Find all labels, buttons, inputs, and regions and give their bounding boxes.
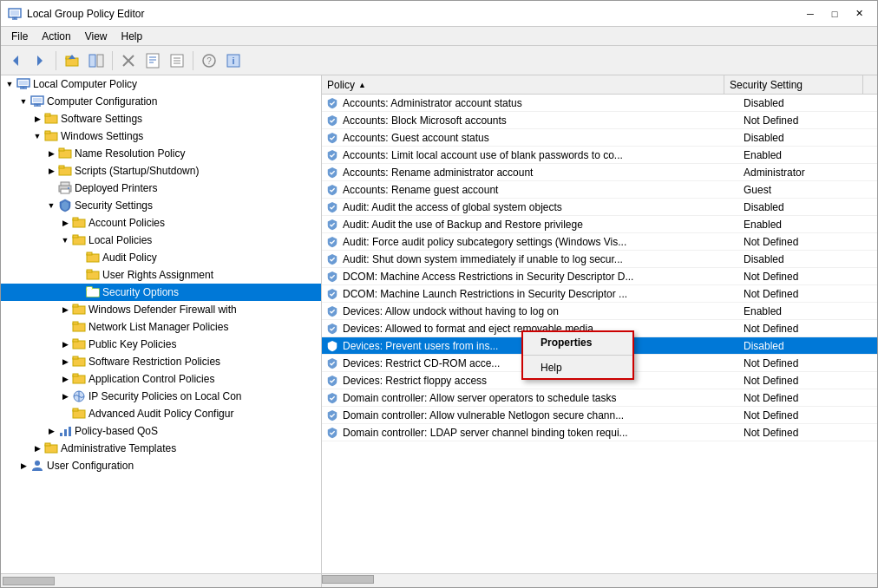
close-button[interactable]: ✕ xyxy=(848,5,870,23)
expand-local-computer-policy[interactable]: ▼ xyxy=(3,77,16,91)
list-item[interactable]: Domain controller: Allow server operator… xyxy=(322,389,877,407)
tree-item-scripts[interactable]: ▶ Scripts (Startup/Shutdown) xyxy=(1,162,321,180)
menu-file[interactable]: File xyxy=(4,29,35,44)
expand-windows-settings[interactable]: ▼ xyxy=(30,129,44,143)
tree-item-advanced-audit[interactable]: Advanced Audit Policy Configur xyxy=(1,405,321,422)
maximize-button[interactable]: □ xyxy=(823,5,846,23)
list-item[interactable]: Audit: Audit the access of global system… xyxy=(322,199,877,216)
expand-ip-security[interactable]: ▶ xyxy=(58,389,72,403)
expand-user-configuration[interactable]: ▶ xyxy=(16,459,30,473)
tree-item-audit-policy[interactable]: Audit Policy xyxy=(1,249,321,266)
tree-item-security-settings[interactable]: ▼ Security Settings xyxy=(1,197,321,214)
h-scroll-thumb-tree[interactable] xyxy=(3,577,55,585)
tree-item-name-resolution[interactable]: ▶ Name Resolution Policy xyxy=(1,145,321,162)
col-header-setting[interactable]: Security Setting xyxy=(724,75,863,94)
expand-software-restriction[interactable]: ▶ xyxy=(58,355,72,369)
expand-windows-firewall[interactable]: ▶ xyxy=(58,303,72,317)
list-item[interactable]: Devices: Allow undock without having to … xyxy=(322,303,877,320)
h-scrollbar-list[interactable] xyxy=(322,573,877,587)
tree-item-public-key[interactable]: ▶ Public Key Policies xyxy=(1,336,321,353)
list-item[interactable]: Accounts: Administrator account status D… xyxy=(322,95,877,112)
list-item[interactable]: Audit: Audit the use of Backup and Resto… xyxy=(322,216,877,233)
tree-item-ip-security[interactable]: ▶ IP Security Policies on Local Con xyxy=(1,388,321,405)
row-setting-17: Not Defined xyxy=(738,392,877,404)
tree-item-user-configuration[interactable]: ▶ User Configuration xyxy=(1,457,321,474)
tree-item-local-policies[interactable]: ▼ Local Policies xyxy=(1,232,321,249)
h-scroll-thumb-list[interactable] xyxy=(322,575,374,584)
tree-item-security-options[interactable]: Security Options xyxy=(1,284,321,301)
tree-item-windows-firewall[interactable]: ▶ Windows Defender Firewall with xyxy=(1,301,321,318)
back-button[interactable] xyxy=(4,49,27,72)
list-item[interactable]: Audit: Force audit policy subcategory se… xyxy=(322,233,877,251)
col-header-policy[interactable]: Policy ▲ xyxy=(322,75,724,94)
tree-item-account-policies[interactable]: ▶ Account Policies xyxy=(1,214,321,232)
expand-app-control[interactable]: ▶ xyxy=(58,372,72,386)
user-config-icon xyxy=(30,459,44,473)
list-item[interactable]: Audit: Shut down system immediately if u… xyxy=(322,251,877,268)
list-item[interactable]: Domain controller: LDAP server channel b… xyxy=(322,424,877,441)
tree-item-network-list[interactable]: Network List Manager Policies xyxy=(1,318,321,336)
tree-item-app-control[interactable]: ▶ Application Control Policies xyxy=(1,370,321,388)
row-policy-3: Accounts: Limit local account use of bla… xyxy=(343,149,738,161)
folder-up-button[interactable] xyxy=(61,49,83,72)
h-scroll-track-list[interactable] xyxy=(322,574,877,585)
context-menu-help[interactable]: Help xyxy=(523,357,632,378)
expand-advanced-audit[interactable] xyxy=(58,407,72,421)
list-item[interactable]: Domain controller: Allow vulnerable Netl… xyxy=(322,407,877,424)
expand-public-key[interactable]: ▶ xyxy=(58,337,72,351)
h-scroll-track-tree[interactable] xyxy=(3,576,319,586)
expand-user-rights[interactable] xyxy=(72,268,86,282)
expand-admin-templates[interactable]: ▶ xyxy=(30,441,44,455)
expand-audit-policy[interactable] xyxy=(72,251,86,265)
forward-button[interactable] xyxy=(29,49,51,72)
expand-computer-configuration[interactable]: ▼ xyxy=(16,95,30,108)
tree-item-local-computer-policy[interactable]: ▼ Local Computer Policy xyxy=(1,75,321,93)
expand-name-resolution[interactable]: ▶ xyxy=(44,147,58,160)
list-item[interactable]: Accounts: Limit local account use of bla… xyxy=(322,147,877,164)
show-hide-button[interactable] xyxy=(85,49,108,72)
minimize-button[interactable]: ─ xyxy=(799,5,822,23)
expand-scripts[interactable]: ▶ xyxy=(44,164,58,178)
tree-item-software-restriction[interactable]: ▶ Software Restriction Policies xyxy=(1,353,321,370)
folder-advanced-audit-icon xyxy=(72,407,86,421)
tree-item-deployed-printers[interactable]: Deployed Printers xyxy=(1,180,321,197)
context-menu-properties[interactable]: Properties xyxy=(523,332,632,353)
menu-action[interactable]: Action xyxy=(35,29,77,44)
tree-scroll[interactable]: ▼ Local Computer Policy ▼ Computer Confi… xyxy=(1,75,321,573)
info-toolbar-button[interactable]: i xyxy=(222,49,245,72)
expand-deployed-printers[interactable] xyxy=(44,181,58,195)
tree-item-user-rights[interactable]: User Rights Assignment xyxy=(1,266,321,284)
menu-view[interactable]: View xyxy=(78,29,115,44)
tree-item-windows-settings[interactable]: ▼ Windows Settings xyxy=(1,127,321,145)
list-item[interactable]: Accounts: Guest account status Disabled xyxy=(322,129,877,147)
delete-button[interactable] xyxy=(117,49,140,72)
svg-text:i: i xyxy=(232,56,234,66)
help-toolbar-button[interactable]: ? xyxy=(198,49,220,72)
expand-software-settings[interactable]: ▶ xyxy=(30,112,44,126)
expand-security-options[interactable] xyxy=(72,285,86,299)
expand-policy-qos[interactable]: ▶ xyxy=(44,424,58,438)
expand-account-policies[interactable]: ▶ xyxy=(58,216,72,230)
list-item[interactable]: Accounts: Block Microsoft accounts Not D… xyxy=(322,112,877,129)
tree-label-local-computer-policy: Local Computer Policy xyxy=(33,78,137,90)
shield-security-icon xyxy=(58,199,72,212)
tree-item-computer-configuration[interactable]: ▼ Computer Configuration xyxy=(1,93,321,110)
list-item[interactable]: DCOM: Machine Launch Restrictions in Sec… xyxy=(322,285,877,303)
menu-help[interactable]: Help xyxy=(115,29,150,44)
expand-local-policies[interactable]: ▼ xyxy=(58,233,72,247)
expand-network-list[interactable] xyxy=(58,320,72,334)
tree-item-admin-templates[interactable]: ▶ Administrative Templates xyxy=(1,440,321,457)
tree-item-policy-qos[interactable]: ▶ Policy-based QoS xyxy=(1,422,321,440)
list-item[interactable]: Accounts: Rename administrator account A… xyxy=(322,164,877,181)
export-button[interactable] xyxy=(166,49,188,72)
svg-point-47 xyxy=(68,187,69,189)
properties-button[interactable] xyxy=(141,49,164,72)
title-controls: ─ □ ✕ xyxy=(799,5,870,23)
list-item[interactable]: Accounts: Rename guest account Guest xyxy=(322,181,877,199)
list-item[interactable]: DCOM: Machine Access Restrictions in Sec… xyxy=(322,268,877,285)
policy-icon-15 xyxy=(325,356,339,370)
tree-item-software-settings[interactable]: ▶ Software Settings xyxy=(1,110,321,127)
h-scrollbar-tree[interactable] xyxy=(1,573,322,587)
list-scroll[interactable]: Accounts: Administrator account status D… xyxy=(322,95,877,573)
expand-security-settings[interactable]: ▼ xyxy=(44,199,58,212)
